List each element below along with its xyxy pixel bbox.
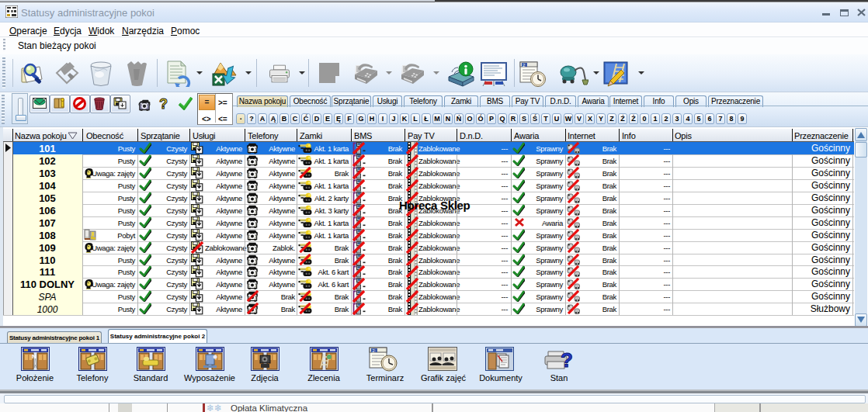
svg-text:2:: 2:: [373, 348, 377, 353]
svg-text:N: N: [32, 353, 36, 360]
svg-text:?: ?: [561, 348, 573, 372]
